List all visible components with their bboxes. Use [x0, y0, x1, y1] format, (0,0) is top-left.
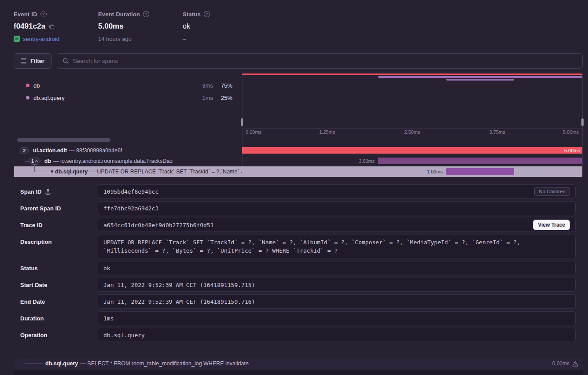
operation-value-field: db.sql.query — [98, 328, 576, 342]
tree-scrollbar[interactable] — [14, 135, 242, 145]
tree-connector — [25, 154, 25, 161]
event-id-value: f0491c2a — [14, 22, 45, 31]
tree-connector — [25, 364, 43, 364]
time-axis: 0.00ms 1.25ms 2.50ms 3.75ms 5.00ms — [242, 128, 582, 135]
span-row-db[interactable]: 1 db — io.sentry.android.roomsample.data… — [14, 156, 582, 166]
help-icon[interactable]: ? — [143, 11, 149, 17]
end-date-value: Jan 11, 2022 9:52:39 AM CET (1641891159.… — [103, 298, 570, 305]
description-value: UPDATE OR REPLACE `Track` SET `TrackId` … — [103, 238, 570, 255]
op-name: db — [33, 82, 188, 89]
spans-toolbar: Filter — [14, 53, 583, 69]
duration-value-field: 1ms — [98, 311, 576, 325]
detail-row-end-date: End Date Jan 11, 2022 9:52:39 AM CET (16… — [14, 294, 576, 309]
legend-item-db[interactable]: db 3ms 75% — [14, 79, 242, 92]
filter-icon — [21, 59, 26, 63]
duration-value: 1ms — [103, 315, 570, 322]
status-label: Status — [183, 11, 201, 18]
minimap-right-handle[interactable] — [581, 118, 584, 126]
help-icon[interactable]: ? — [204, 11, 210, 17]
status-sub: – — [183, 36, 186, 42]
tree-connector — [25, 161, 29, 162]
minimap-left-handle[interactable] — [241, 118, 243, 126]
detail-row-start-date: Start Date Jan 11, 2022 9:52:39 AM CET (… — [14, 278, 576, 292]
detail-row-trace-id: Trace ID a654cc61dc0b48ef9d0b27275b6f0d5… — [14, 218, 576, 232]
span-desc: — 88f300998a0b4e6f — [69, 147, 122, 154]
span-id-value: 1095bd4ef8e94bcc — [103, 188, 534, 195]
span-id-value-field: 1095bd4ef8e94bcc No Children — [98, 184, 576, 199]
span-duration-label: 5.00ms — [564, 145, 580, 156]
op-color-dot — [26, 84, 29, 87]
status-detail-value: ok — [103, 265, 570, 272]
filter-button[interactable]: Filter — [14, 53, 51, 69]
search-icon — [62, 58, 69, 64]
op-duration: 1ms — [188, 95, 213, 101]
search-input[interactable] — [73, 58, 577, 64]
detail-row-description: Description UPDATE OR REPLACE `Track` SE… — [14, 235, 576, 258]
op-percent: 25% — [213, 95, 232, 101]
minimap-span-db — [378, 76, 582, 78]
op-name: db.sql.query — [33, 95, 188, 101]
children-count-badge[interactable]: 2 — [20, 147, 29, 154]
axis-tick: 5.00ms — [563, 129, 579, 135]
description-value-field: UPDATE OR REPLACE `Track` SET `TrackId` … — [98, 235, 576, 258]
span-duration-label: 3.00ms — [359, 156, 375, 166]
parent-span-id-label: Parent Span ID — [20, 205, 61, 212]
tree-connector — [34, 165, 35, 172]
span-bar[interactable] — [446, 168, 514, 175]
span-bar[interactable] — [378, 158, 582, 164]
anchor-icon[interactable] — [45, 189, 51, 195]
minimap-span-ui-action-edit — [242, 74, 582, 75]
span-row-ui-action-edit[interactable]: 2 ui.action.edit — 88f300998a0b4e6f 5.00… — [14, 145, 582, 156]
parent-span-id-value-field: ffe7dbc92a6942c3 — [98, 201, 576, 215]
tree-scrollbar-thumb[interactable] — [17, 138, 110, 142]
span-row-db-sql-query-select[interactable]: db.sql.query — SELECT * FROM room_table_… — [14, 358, 583, 369]
axis-tick: 2.50ms — [404, 129, 420, 135]
leaf-bullet — [51, 170, 53, 173]
tree-connector — [34, 172, 50, 172]
span-details-panel: Span ID 1095bd4ef8e94bcc No Children Par… — [14, 184, 576, 345]
span-bar[interactable] — [242, 147, 582, 154]
status-block: Status ? ok – — [183, 11, 210, 43]
help-icon[interactable]: ? — [40, 11, 47, 17]
filter-button-label: Filter — [30, 58, 44, 64]
op-color-dot — [26, 96, 29, 99]
trace-minimap[interactable] — [242, 73, 582, 128]
no-children-badge: No Children — [534, 187, 570, 196]
span-desc: — SELECT * FROM room_table_modification_… — [80, 360, 249, 367]
status-detail-label: Status — [20, 265, 38, 272]
view-trace-button[interactable]: View Trace — [533, 220, 570, 230]
project-link[interactable]: sentry-android — [23, 36, 59, 42]
end-date-value-field: Jan 11, 2022 9:52:39 AM CET (1641891159.… — [98, 294, 576, 309]
span-tree: 2 ui.action.edit — 88f300998a0b4e6f 5.00… — [14, 145, 582, 177]
legend-item-db-sql-query[interactable]: db.sql.query 1ms 25% — [14, 92, 242, 104]
end-date-label: End Date — [20, 298, 45, 305]
span-op: db.sql.query — [55, 169, 88, 175]
op-percent: 75% — [213, 82, 232, 89]
detail-row-span-id: Span ID 1095bd4ef8e94bcc No Children — [14, 184, 576, 199]
children-count-badge[interactable]: 1 — [29, 158, 40, 165]
event-duration-value: 5.00ms — [98, 22, 124, 31]
status-value: ok — [183, 22, 190, 30]
detail-row-duration: Duration 1ms — [14, 311, 576, 325]
span-op: db — [44, 158, 51, 164]
operation-value: db.sql.query — [103, 332, 570, 338]
axis-tick: 0.00ms — [246, 129, 261, 135]
start-date-label: Start Date — [20, 282, 47, 288]
warning-icon[interactable] — [572, 361, 578, 367]
copy-icon[interactable] — [49, 24, 55, 29]
description-label: Description — [20, 239, 52, 245]
trace-id-label: Trace ID — [20, 222, 43, 228]
duration-label: Duration — [20, 315, 44, 322]
span-op: ui.action.edit — [33, 147, 67, 154]
project-platform-icon — [14, 36, 20, 42]
span-row-db-sql-query-selected[interactable]: db.sql.query — UPDATE OR REPLACE `Track`… — [14, 166, 582, 177]
detail-row-status: Status ok — [14, 261, 576, 275]
trace-waterfall: db 3ms 75% db.sql.query 1ms 25% 0.00ms 1… — [14, 73, 583, 176]
event-id-label: Event ID — [14, 11, 37, 18]
span-duration-label: 0.00ms — [552, 360, 570, 367]
event-duration-block: Event Duration ? 5.00ms 14 hours ago — [98, 11, 149, 43]
operations-breakdown: db 3ms 75% db.sql.query 1ms 25% — [14, 79, 242, 104]
search-box[interactable] — [57, 53, 583, 69]
event-time-ago: 14 hours ago — [98, 36, 132, 42]
start-date-value: Jan 11, 2022 9:52:39 AM CET (1641891159.… — [103, 282, 570, 288]
